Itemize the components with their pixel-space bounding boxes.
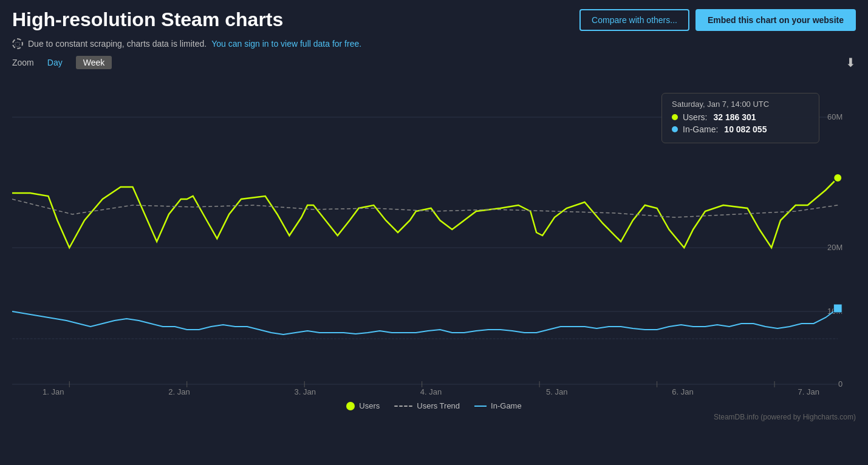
notice-text: Due to constant scraping, charts data is… bbox=[28, 39, 207, 49]
legend-ingame-line bbox=[474, 406, 487, 407]
x-label-2: 2. Jan bbox=[168, 387, 190, 396]
download-icon[interactable]: ⬇ bbox=[846, 55, 856, 70]
legend: Users Users Trend In-Game bbox=[12, 401, 856, 410]
legend-users-dot bbox=[346, 402, 355, 410]
legend-trend-dash bbox=[394, 406, 412, 407]
legend-users: Users bbox=[346, 401, 380, 410]
notice-bar: ◌ Due to constant scraping, charts data … bbox=[12, 38, 856, 49]
credit: SteamDB.info (powered by Highcharts.com) bbox=[12, 413, 856, 421]
header-buttons: Compare with others... Embed this chart … bbox=[579, 9, 856, 31]
zoom-week-button[interactable]: Week bbox=[76, 56, 112, 69]
svg-rect-18 bbox=[833, 304, 842, 313]
embed-button[interactable]: Embed this chart on your website bbox=[695, 9, 856, 31]
header: High-resolution Steam charts Compare wit… bbox=[12, 8, 856, 31]
chart-svg: 60M 20M 10M 0 bbox=[12, 75, 856, 396]
legend-trend: Users Trend bbox=[394, 401, 460, 410]
zoom-day-button[interactable]: Day bbox=[40, 56, 70, 69]
signin-link[interactable]: You can sign in to view full data for fr… bbox=[211, 39, 361, 49]
svg-point-17 bbox=[833, 174, 842, 182]
legend-users-label: Users bbox=[359, 401, 380, 410]
compare-button[interactable]: Compare with others... bbox=[579, 9, 689, 31]
chart-container: 60M 20M 10M 0 Saturda bbox=[12, 75, 856, 396]
zoom-bar: Zoom Day Week ⬇ bbox=[12, 55, 856, 70]
legend-trend-label: Users Trend bbox=[417, 401, 460, 410]
credit-text: SteamDB.info (powered by Highcharts.com) bbox=[714, 413, 856, 421]
zoom-label: Zoom bbox=[12, 58, 34, 67]
legend-ingame: In-Game bbox=[474, 401, 522, 410]
legend-ingame-label: In-Game bbox=[491, 401, 522, 410]
warning-icon: ◌ bbox=[12, 38, 23, 49]
svg-rect-0 bbox=[12, 75, 847, 396]
x-label-4: 4. Jan bbox=[420, 387, 442, 396]
x-label-5: 5. Jan bbox=[546, 387, 567, 396]
page: High-resolution Steam charts Compare wit… bbox=[0, 0, 868, 465]
x-label-7: 7. Jan bbox=[798, 387, 819, 396]
svg-text:60M: 60M bbox=[827, 112, 842, 121]
svg-text:20M: 20M bbox=[827, 243, 842, 252]
x-label-6: 6. Jan bbox=[672, 387, 693, 396]
page-title: High-resolution Steam charts bbox=[12, 8, 283, 31]
x-label-1: 1. Jan bbox=[43, 387, 64, 396]
x-label-3: 3. Jan bbox=[295, 387, 316, 396]
